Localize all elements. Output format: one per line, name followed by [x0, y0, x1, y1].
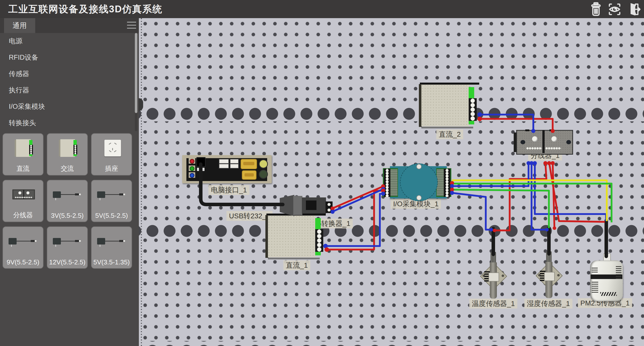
pc-usb-slot: [197, 168, 205, 171]
device-humidity-sensor[interactable]: [536, 251, 562, 299]
pc-usb-port: [230, 159, 239, 164]
palette-item-label: 直流: [3, 164, 43, 173]
device-label-temp: 温度传感器_1: [469, 299, 517, 308]
palette-item-label: 3V(5.5-2.5): [47, 212, 87, 220]
palette-item-9v-adapter[interactable]: 9V(5.5-2.5): [3, 226, 44, 269]
pm-bottom-vent: [600, 292, 617, 296]
splitter-hole: [520, 140, 525, 144]
component-palette: 直流 交流 插座 分线器: [3, 133, 136, 269]
splitter-divider: [542, 130, 545, 153]
ac-board-thumbnail: [47, 134, 87, 163]
palette-item-12v-adapter[interactable]: 12V(5.5-2.5): [47, 226, 88, 269]
sensor-clamp: [489, 272, 499, 282]
pc-serial-port: [242, 170, 257, 180]
pc-round-port-green: [259, 170, 268, 179]
device-label-dc2: 直流_2: [436, 129, 463, 139]
pc-audio-port-green: [190, 166, 194, 171]
menu-item-rfid[interactable]: RFID设备: [0, 49, 139, 66]
device-dc-power-1[interactable]: [265, 214, 326, 259]
device-label-dc1: 直流_1: [283, 260, 310, 270]
pc-round-port-yellow: [259, 159, 268, 168]
splitter-notch: [549, 129, 553, 131]
menu-item-power[interactable]: 电源: [0, 33, 139, 49]
device-pm25-sensor[interactable]: [589, 252, 624, 302]
pegboard-hole-band: [139, 223, 644, 238]
preview-eye-icon[interactable]: [607, 2, 622, 17]
palette-item-label: 9V(5.5-2.5): [3, 258, 43, 266]
io-right-texture: [437, 169, 444, 196]
splitter-thumbnail: [3, 180, 43, 210]
splitter-knob: [551, 136, 557, 142]
pm-vent: [592, 267, 598, 272]
dc-body: [268, 216, 316, 257]
device-pc-interface[interactable]: [182, 155, 272, 183]
dc-terminal-block: [469, 98, 477, 121]
splitter-knob: [532, 136, 538, 142]
palette-item-splitter[interactable]: 分线器: [3, 180, 44, 222]
category-menu: 电源 RFID设备 传感器 执行器 I/O采集模块 转换接头: [0, 33, 139, 131]
menu-item-io-module[interactable]: I/O采集模块: [0, 98, 139, 115]
app-title: 工业互联网设备及接线3D仿真系统: [8, 0, 163, 18]
palette-item-label: 12V(5.5-2.5): [47, 258, 87, 266]
device-io-module[interactable]: [381, 163, 454, 201]
dc-terminal-block: [315, 229, 323, 252]
sidebar-edge-dots: [141, 18, 142, 346]
io-left-texture: [390, 169, 397, 196]
palette-item-socket[interactable]: 插座: [91, 133, 132, 176]
dc-board-thumbnail: [3, 134, 43, 163]
io-screw-bottom: [416, 195, 422, 200]
dc-top-edge: [420, 83, 479, 85]
io-left-terminals: [384, 169, 390, 197]
tab-general[interactable]: 通用: [4, 18, 35, 33]
pegboard-hole-band: [139, 106, 644, 121]
rs-plate: [293, 196, 302, 215]
menu-item-actuators[interactable]: 执行器: [0, 82, 139, 98]
pc-usb-port: [230, 164, 239, 168]
splitter-notch: [525, 129, 529, 131]
palette-item-5v-small-adapter[interactable]: 5V(3.5-1.35): [91, 226, 132, 269]
rs-hood: [280, 194, 294, 217]
dc-bottom-shadow: [421, 127, 473, 128]
header-icons: [589, 2, 640, 17]
palette-item-5v-adapter[interactable]: 5V(5.5-2.5): [91, 180, 132, 222]
sensor-clamp: [544, 272, 555, 281]
device-splitter[interactable]: [514, 129, 574, 155]
device-temperature-sensor[interactable]: [480, 251, 506, 300]
adapter-thumbnail: [47, 227, 87, 257]
io-right-terminals: [444, 169, 450, 197]
adapter-thumbnail: [3, 227, 43, 257]
adapter-thumbnail: [47, 180, 87, 210]
palette-item-3v-adapter[interactable]: 3V(5.5-2.5): [47, 180, 88, 222]
adapter-thumbnail: [92, 227, 132, 257]
pegboard-hole-band: [139, 341, 644, 346]
palette-item-label: 交流: [47, 164, 87, 173]
device-dc-power-2[interactable]: [419, 83, 479, 128]
title-bar: 工业互联网设备及接线3D仿真系统: [0, 0, 644, 18]
palette-item-label: 5V(3.5-1.35): [92, 258, 132, 266]
sidebar-scrollbar-thumb[interactable]: [135, 33, 137, 113]
pm-vent: [616, 265, 621, 279]
exit-icon[interactable]: [626, 2, 640, 17]
palette-item-dc[interactable]: 直流: [3, 133, 44, 176]
sidebar-scrollbar: [135, 33, 137, 131]
menu-item-sensors[interactable]: 传感器: [0, 66, 139, 82]
pc-usb-port: [219, 159, 229, 164]
trash-icon[interactable]: [589, 2, 603, 17]
palette-item-label: 5V(5.5-2.5): [92, 212, 132, 220]
sensor-ribbed-top: [491, 252, 496, 263]
splitter-hole: [566, 140, 571, 144]
app-root: 直流_2 电脑接口_1 USB转232_1 RS232转485转换器_1 I/O…: [0, 0, 644, 346]
adapter-thumbnail: [92, 180, 132, 210]
palette-item-ac[interactable]: 交流: [47, 133, 88, 176]
rs-terminal-block: [326, 201, 333, 213]
device-rs232-485-converter[interactable]: [280, 194, 333, 217]
io-screw-top: [416, 164, 422, 169]
socket-thumbnail: [92, 134, 132, 163]
pc-usb-plug: [196, 157, 206, 167]
sensor-mount-hole: [557, 274, 560, 276]
sensor-ribbed-top: [546, 251, 552, 263]
menu-item-adapters[interactable]: 转换接头: [0, 115, 139, 131]
hamburger-menu-icon[interactable]: [127, 22, 136, 29]
splitter-terminal-dots: [526, 147, 542, 150]
palette-item-label: 插座: [92, 164, 132, 173]
